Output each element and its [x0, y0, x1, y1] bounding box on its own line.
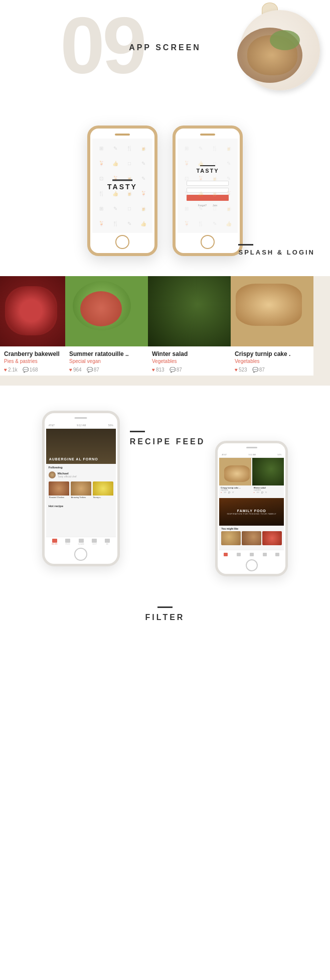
right-card-winter[interactable]: Winter salad vegetables ♥ 813 💬 31: [252, 458, 284, 498]
likes-stat: ♥ 813: [152, 367, 164, 373]
likes-count: 2.1k: [8, 367, 18, 373]
nav-item-shop[interactable]: SHOP: [92, 539, 97, 545]
right-nav-recipe[interactable]: [224, 553, 228, 556]
user-subtitle: Tasty official chef: [58, 475, 113, 478]
card-info: Winter salad Vegetables ♥ 813 💬 87: [148, 346, 231, 376]
icon-cell: ✎: [136, 171, 150, 186]
icon-cell: □: [122, 156, 136, 171]
family-food-banner: FAMILY FOOD INSPIRATION FOR FEEDING YOUR…: [219, 498, 284, 526]
splash-app-name: TASTY: [107, 183, 137, 191]
likes-stat: ♥ 2.1k: [4, 367, 18, 373]
recipe-card-cranberry[interactable]: Cranberry bakewell Pies & pastries ♥ 2.1…: [0, 276, 65, 376]
nav-item-picks[interactable]: PICKS: [65, 539, 70, 545]
icon-cell: ⊞: [94, 201, 108, 216]
icon-cell: ⊡: [94, 171, 108, 186]
card-image-winter-salad: [148, 276, 231, 346]
turnip-card-image: [219, 458, 251, 485]
right-toolbar: AT&T 9:12 AM 50%: [219, 452, 284, 458]
right-time: 9:12 AM: [248, 453, 256, 456]
turnip-card-stats: ♥ 523 💬 87: [221, 492, 250, 494]
card-image-turnip: [231, 276, 313, 346]
icon-cell: □: [208, 201, 222, 216]
comment-icon: 💬: [23, 367, 29, 373]
comments-stat: 💬 87: [87, 367, 99, 373]
right-nav-square[interactable]: [250, 553, 254, 556]
icon-cell: 👍: [194, 156, 208, 171]
icon-cell: 👍: [222, 216, 236, 231]
recipe-nav-icon: [52, 539, 57, 543]
mini-card-title: Roasted Chicken: [49, 496, 69, 499]
card-category: Vegetables: [235, 358, 309, 364]
card-info: Summer ratatouille .. Special vegan ♥ 96…: [65, 346, 148, 376]
heart-icon: ♥: [254, 492, 255, 494]
feed-phone-right: AT&T 9:12 AM 50% Crispy turnip cake ... …: [215, 441, 288, 576]
right-nav-shop[interactable]: [263, 553, 267, 556]
section-label-bar: [130, 431, 145, 432]
icon-cell: ✎: [108, 141, 122, 156]
filter-label-bar: [157, 606, 173, 608]
you-might-card-3[interactable]: [262, 531, 282, 545]
login-phone: ⊞ ✎ 🍴 🍺 🍹 👍 □ ✎ ⊡ 🍹 🍺 ✎ 🍴 👍 🍺 🍹: [173, 126, 243, 256]
phones-section: ⊞ ✎ 🍴 🍺 🍹 👍 □ ✎ ⊡ 🍹 🍺 ✎ 🍴 👍 🍺 🍹 ⊞ ✎ □: [0, 110, 330, 276]
recipe-card-turnip[interactable]: Crispy turnip cake . Vegetables ♥ 523 💬 …: [231, 276, 313, 376]
comments-count: 87: [259, 367, 265, 373]
card-stats: ♥ 523 💬 87: [235, 367, 309, 373]
user-avatar: [49, 471, 56, 478]
nav-item-me[interactable]: ME: [105, 539, 110, 545]
nav-item-recipe[interactable]: RECIPE: [52, 539, 57, 545]
feed-mini-cards: Roasted Chicken Amazing Yorkies Sunny s.…: [46, 480, 116, 503]
icon-cell: 👍: [194, 186, 208, 201]
icon-cell: 🍹: [94, 216, 108, 231]
comment-icon: 💬: [252, 367, 258, 373]
comment-icon: 💬: [228, 492, 230, 494]
mini-card-yorkies[interactable]: Amazing Yorkies: [71, 481, 91, 502]
feed-hero-image: AUBERGINE AL FORNO: [46, 429, 116, 464]
family-food-title: FAMILY FOOD: [237, 509, 266, 513]
splash-logo: TASTY: [107, 179, 137, 191]
right-nav-picks[interactable]: [237, 553, 241, 556]
right-card-turnip[interactable]: Crispy turnip cake ... vegetables ♥ 523 …: [219, 458, 251, 498]
you-might-cards: [219, 531, 284, 546]
card-category: Pies & pastries: [4, 358, 61, 364]
food-plate-decoration: [230, 0, 330, 100]
card-image-cranberry: [0, 276, 65, 346]
feed-screen-right: AT&T 9:12 AM 50% Crispy turnip cake ... …: [219, 452, 284, 559]
heart-icon: ♥: [152, 367, 155, 373]
mini-card-sunny[interactable]: Sunny s..: [93, 481, 113, 502]
hot-recipe-label: Hot recipe: [46, 503, 116, 509]
recipe-card-winter-salad[interactable]: Winter salad Vegetables ♥ 813 💬 87: [148, 276, 231, 376]
nav-label-recipe: RECIPE: [52, 543, 57, 545]
icon-cell: 🍺: [208, 186, 222, 201]
icon-cell: 🍺: [136, 201, 150, 216]
mini-card-image: [71, 481, 91, 496]
right-top-cards: Crispy turnip cake ... vegetables ♥ 523 …: [219, 458, 284, 498]
icon-cell: 🍹: [136, 186, 150, 201]
nav-item-square[interactable]: SQUARE: [78, 539, 84, 545]
mini-card-roast[interactable]: Roasted Chicken: [49, 481, 69, 502]
you-might-card-2[interactable]: [242, 531, 261, 545]
comments-count: 87: [177, 367, 182, 373]
card-stats: ♥ 813 💬 87: [152, 367, 227, 373]
mini-card-title: Sunny s..: [93, 496, 113, 499]
filter-label: FILTER: [145, 613, 185, 622]
card-title: Cranberry bakewell: [4, 350, 61, 357]
cranberry-image: [0, 276, 65, 346]
icon-cell: ✎: [136, 156, 150, 171]
plate-circle: [240, 10, 320, 90]
recipe-card-ratatouille[interactable]: Summer ratatouille .. Special vegan ♥ 96…: [65, 276, 148, 376]
recipe-feed-section: AT&T 9:12 AM 50% AUBERGINE AL FORNO Foll…: [0, 386, 330, 586]
you-might-card-1[interactable]: [221, 531, 241, 545]
label-bar: [238, 244, 253, 246]
likes-count: 523: [239, 367, 247, 373]
filter-section: FILTER: [0, 586, 330, 642]
icon-cell: 🍴: [94, 186, 108, 201]
right-nav-me[interactable]: [275, 553, 279, 556]
feed-toolbar: AT&T 9:12 AM 50%: [46, 422, 116, 429]
heart-icon: ♥: [69, 367, 72, 373]
feed-nav: RECIPE PICKS SQUARE SHOP ME: [46, 537, 116, 547]
feed-user-row: Michael Tasty official chef: [46, 470, 116, 480]
nav-label-shop: SHOP: [92, 543, 97, 545]
battery-label: 50%: [108, 424, 113, 427]
icon-cell: 🍺: [208, 171, 222, 186]
right-battery: 50%: [277, 453, 281, 456]
